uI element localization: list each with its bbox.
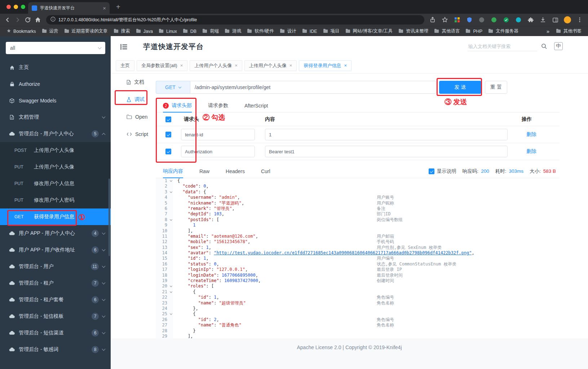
sidebar-item[interactable]: 用户 APP - 用户收件地址6 [0,242,111,258]
sidebar-item[interactable]: Authorize [0,76,111,92]
fold-icon[interactable] [170,312,172,315]
bookmark-folder[interactable]: 设计 [277,27,299,35]
sidebar-endpoint[interactable]: POST上传用户个人头像 [0,142,111,159]
doc-tab[interactable]: 全局参数设置(all)× [137,60,187,71]
row-checkbox[interactable] [165,132,171,137]
fold-icon[interactable] [170,218,172,221]
sidebar-item[interactable]: Swagger Models [0,92,111,109]
doc-tab[interactable]: 主页 [116,60,134,71]
shield-extension-icon[interactable] [465,15,474,25]
tab-close-icon[interactable]: × [103,5,106,11]
bookmarks-manager[interactable]: Bookmarks [4,28,39,35]
sidebar-item[interactable]: 管理后台 - 用户11 [0,258,111,275]
fold-icon[interactable] [170,290,172,293]
bookmark-folder[interactable]: 文件服务器 [485,27,521,35]
bookmark-folder[interactable]: Linux [156,27,180,35]
bookmark-folder[interactable]: 软件/硬件 [244,27,277,35]
bookmark-folder[interactable]: 其他语言 [431,27,463,35]
sidebar-item[interactable]: 管理后台 - 用户个人中心5 [0,126,111,142]
puzzle-icon[interactable] [526,15,535,25]
sidebar-item[interactable]: 主页 [0,59,111,76]
bookmark-folder[interactable]: 资讯未整理 [395,27,432,35]
bookmark-folder[interactable]: 游戏 [222,27,244,35]
delete-link[interactable]: 删除 [522,131,536,137]
bookmark-folder[interactable]: DB [180,27,199,35]
downloads-icon[interactable] [538,15,548,25]
sidebar-scrollbar[interactable] [109,179,110,256]
delete-link[interactable]: 删除 [522,148,536,154]
extension-icon[interactable] [501,15,511,25]
reload-icon[interactable] [23,15,32,25]
doc-tab[interactable]: 获得登录用户信息× [299,60,352,71]
fold-icon[interactable] [170,285,172,287]
header-value-input[interactable] [265,129,508,140]
back-icon[interactable] [3,15,12,25]
bookmark-folder[interactable]: PHP [463,27,485,35]
send-button[interactable]: 发 送 [439,81,481,94]
home-icon[interactable] [33,15,43,25]
fold-icon[interactable] [170,190,172,193]
url-bar[interactable]: 127.0.0.1:48080/doc.html#/all/管理后台%20-%2… [46,15,424,25]
sidebar-endpoint[interactable]: PUT修改用户个人信息 [0,175,111,192]
sidebar-endpoint[interactable]: PUT修改用户个人密码 [0,192,111,208]
header-name-input[interactable] [181,129,255,140]
header-value-input[interactable] [265,146,508,157]
response-tab[interactable]: Headers [226,164,245,178]
sidebar-item[interactable]: 管理后台 - 租户7 [0,275,111,291]
forward-icon[interactable] [13,15,22,25]
reset-button[interactable]: 重 置 [485,81,507,94]
bookmark-folder[interactable]: Java [133,27,156,35]
response-tab[interactable]: Curl [261,164,270,178]
sidebar-item[interactable]: 管理后台 - 短信渠道6 [0,325,111,341]
response-tab[interactable]: Raw [199,164,209,178]
close-window-button[interactable] [6,5,11,9]
request-tab[interactable]: AfterScript [244,99,268,112]
response-editor[interactable]: 1{2 "code": 0,3 "data": {4用户账号 "username… [156,178,560,339]
profile-avatar[interactable] [563,15,572,25]
view-mode-tab[interactable]: 调试 [111,91,156,108]
request-tab[interactable]: 请求参数 [208,99,228,112]
site-info-icon[interactable] [50,17,56,23]
bookmark-folder[interactable]: 项目 [320,27,342,35]
extension-grid-icon[interactable] [452,15,462,25]
sidebar-item[interactable]: 用户 APP - 用户个人中心4 [0,225,111,242]
bookmark-folder[interactable]: 前端 [199,27,222,35]
close-icon[interactable]: × [289,63,292,68]
bookmark-folder[interactable]: IDE [299,27,320,35]
header-name-input[interactable] [181,146,255,157]
bookmarks-overflow-icon[interactable]: » [543,28,553,34]
browser-menu-icon[interactable] [575,15,584,25]
minimize-window-button[interactable] [14,5,18,9]
collapse-menu-icon[interactable] [120,43,128,52]
fold-icon[interactable] [170,179,172,182]
select-all-checkbox[interactable] [165,117,171,122]
doc-tab[interactable]: 上传用户个人头像× [244,60,297,71]
bookmark-folder[interactable]: 运营 [39,27,61,35]
api-group-select[interactable]: all [6,42,105,54]
sidebar-item[interactable]: 文档管理 [0,109,111,126]
close-icon[interactable]: × [235,63,238,68]
view-mode-tab[interactable]: Open [111,108,156,126]
search-icon[interactable] [541,43,547,51]
share-icon[interactable] [428,15,437,25]
doc-tab[interactable]: 上传用户个人头像× [190,60,242,71]
bookmark-star-icon[interactable] [440,15,450,25]
response-tab[interactable]: 响应内容 [163,164,183,178]
bookmark-folder[interactable]: 网站/博客/文章/工具 [342,27,395,35]
sidebar-item[interactable]: 管理后台 - 短信模板7 [0,308,111,325]
bookmark-folder[interactable]: 近期需要读的文章 [61,27,111,35]
new-tab-button[interactable]: + [116,3,120,11]
show-desc-checkbox[interactable] [429,168,434,174]
sidebar-item[interactable]: 管理后台 - 租户套餐6 [0,291,111,308]
doc-search-input[interactable] [468,42,537,51]
extension-icon[interactable] [489,15,499,25]
sidebar-endpoint[interactable]: PUT上传用户个人头像 [0,159,111,175]
extension-icon[interactable] [514,15,523,25]
sidebar-endpoint[interactable]: GET获得登录用户信息 [0,208,111,225]
sidebar-item[interactable]: 管理后台 - 敏感词8 [0,341,111,358]
bookmark-folder[interactable]: 搜索 [111,27,133,35]
view-mode-tab[interactable]: Script [111,126,156,143]
browser-tab[interactable]: 芋道快速开发平台 × [28,2,110,14]
row-checkbox[interactable] [165,149,171,154]
close-icon[interactable]: × [344,63,347,68]
